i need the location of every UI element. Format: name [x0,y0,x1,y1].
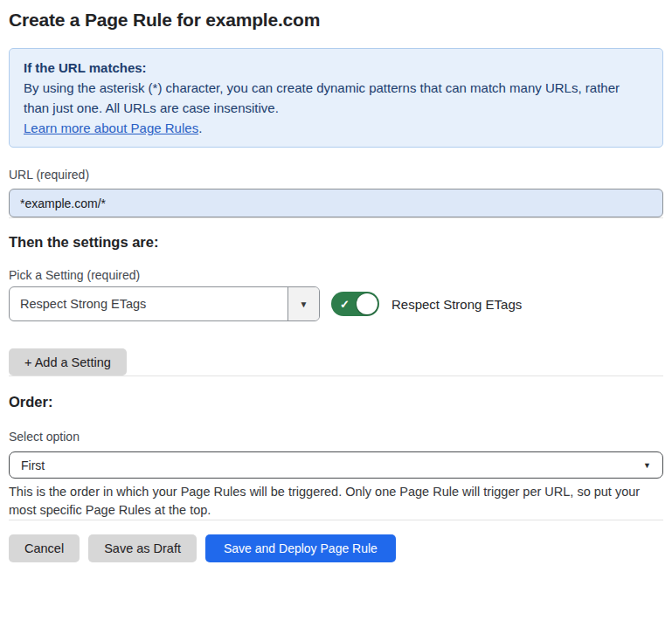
setting-toggle[interactable]: ✓ [331,292,379,316]
order-select-label: Select option [9,430,663,444]
create-page-rule-form: Create a Page Rule for example.com If th… [0,10,672,562]
save-deploy-button[interactable]: Save and Deploy Page Rule [205,534,396,562]
save-draft-button[interactable]: Save as Draft [88,534,197,562]
url-field-label: URL (required) [9,168,663,183]
url-match-info-box: If the URL matches: By using the asteris… [9,48,663,148]
footer-divider [9,520,663,520]
add-setting-button[interactable]: + Add a Setting [9,348,127,376]
setting-row: Respect Strong ETags ▼ ✓ Respect Strong … [9,286,663,321]
info-box-body: By using the asterisk (*) character, you… [24,78,648,118]
learn-more-link[interactable]: Learn more about Page Rules [24,121,198,135]
page-title: Create a Page Rule for example.com [9,10,663,31]
footer-actions: Cancel Save as Draft Save and Deploy Pag… [9,534,663,562]
chevron-down-icon: ▼ [643,461,651,470]
check-icon: ✓ [340,298,350,311]
info-link-suffix: . [198,121,202,135]
cancel-button[interactable]: Cancel [9,534,80,562]
setting-select[interactable]: Respect Strong ETags ▼ [9,286,320,321]
order-select-value: First [21,458,45,472]
section-divider [9,376,663,376]
order-heading: Order: [9,394,663,410]
dropdown-arrow-icon: ▼ [300,300,308,309]
pick-setting-label: Pick a Setting (required) [9,268,663,283]
order-help-text: This is the order in which your Page Rul… [9,483,663,520]
info-box-heading: If the URL matches: [24,58,648,78]
setting-select-arrow-button[interactable]: ▼ [288,287,319,320]
url-input[interactable] [9,189,663,217]
toggle-knob [357,293,378,314]
setting-toggle-label: Respect Strong ETags [391,297,522,312]
info-link-line: Learn more about Page Rules. [24,118,648,138]
settings-heading: Then the settings are: [9,234,663,251]
section-divider [9,217,663,218]
order-select[interactable]: First ▼ [9,451,663,479]
setting-select-value: Respect Strong ETags [10,287,288,320]
